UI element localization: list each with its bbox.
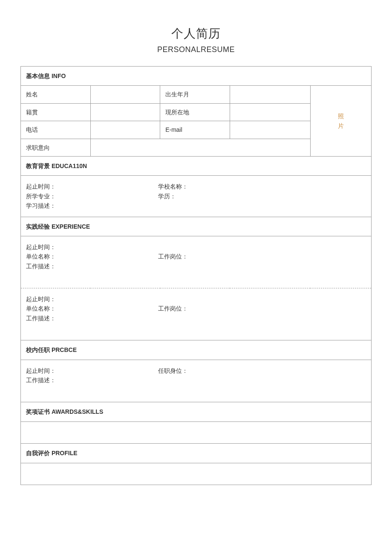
section-header-education: 教育背景 EDUCA110N	[21, 156, 372, 175]
label-birth: 出生年月	[160, 86, 230, 103]
exp1-company-label: 单位名称：	[26, 252, 158, 261]
exp2-company-label: 单位名称：	[26, 304, 158, 313]
label-origin: 籍贯	[21, 103, 91, 121]
edu-school-label: 学校名称：	[158, 182, 366, 191]
photo-placeholder: 照 片	[310, 86, 371, 157]
edu-major-label: 所学专业：	[26, 192, 158, 201]
campus-period-label: 起止时间：	[26, 366, 158, 375]
value-name	[90, 86, 160, 103]
value-email	[230, 121, 310, 139]
exp2-desc-label: 工作描述：	[26, 315, 56, 322]
exp1-position-label: 工作岗位：	[158, 252, 366, 261]
photo-char-2: 片	[316, 121, 366, 131]
page-subtitle: PERSONALRESUME	[20, 45, 372, 54]
campus-body: 起止时间： 任职身位： 工作描述：	[21, 360, 372, 402]
campus-role-label: 任职身位：	[158, 366, 366, 375]
label-phone: 电话	[21, 121, 91, 139]
edu-period-label: 起止时间：	[26, 182, 158, 191]
value-intent	[90, 139, 310, 156]
education-body: 起止时间： 学校名称： 所学专业： 学历： 学习描述：	[21, 176, 372, 217]
exp2-period-label: 起止时间：	[26, 296, 56, 302]
resume-table: 基本信息 INFO 姓名 出生年月 照 片 籍贯 现所在地 电话 E-mail …	[20, 66, 372, 485]
section-header-campus: 校内任职 PRCBCE	[21, 340, 372, 360]
profile-body	[21, 463, 372, 485]
edu-desc-label: 学习描述：	[26, 202, 56, 209]
section-header-experience: 实践经验 EXPERIENCE	[21, 217, 372, 236]
awards-body	[21, 421, 372, 443]
exp1-period-label: 起止时间：	[26, 244, 56, 250]
experience-block-2: 起止时间： 单位名称： 工作岗位： 工作描述：	[21, 288, 372, 340]
experience-block-1: 起止时间： 单位名称： 工作岗位： 工作描述：	[21, 236, 372, 288]
label-location: 现所在地	[160, 103, 230, 121]
edu-degree-label: 学历：	[158, 192, 366, 201]
value-origin	[90, 103, 160, 121]
label-name: 姓名	[21, 86, 91, 103]
page-title: 个人简历	[20, 26, 372, 42]
exp1-desc-label: 工作描述：	[26, 263, 56, 270]
photo-char-1: 照	[316, 111, 366, 121]
label-intent: 求职意向	[21, 139, 91, 156]
value-birth	[230, 86, 310, 103]
section-header-profile: 自我评价 PROFILE	[21, 444, 372, 463]
exp2-position-label: 工作岗位：	[158, 304, 366, 313]
section-header-awards: 奖项证书 AWARDS&SKILLS	[21, 402, 372, 421]
campus-desc-label: 工作描述：	[26, 377, 56, 384]
value-location	[230, 103, 310, 121]
label-email: E-mail	[160, 121, 230, 139]
section-header-info: 基本信息 INFO	[21, 67, 372, 86]
value-phone	[90, 121, 160, 139]
